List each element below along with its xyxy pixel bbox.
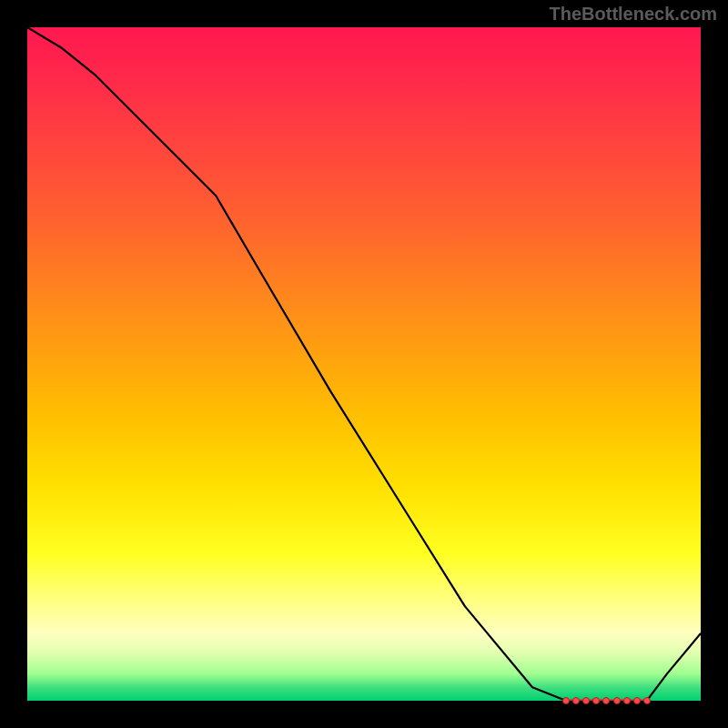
curve-marker [562, 697, 570, 704]
curve-marker [602, 697, 610, 704]
curve-marker [623, 697, 631, 704]
curve-marker [592, 697, 600, 704]
curve-marker [582, 697, 590, 704]
watermark-text: TheBottleneck.com [550, 4, 717, 25]
curve-marker [572, 697, 580, 704]
curve-marker [613, 697, 621, 704]
curve-marker [633, 697, 641, 704]
chart-curve [27, 27, 701, 701]
curve-marker [643, 697, 651, 704]
chart-line-layer [27, 27, 701, 701]
